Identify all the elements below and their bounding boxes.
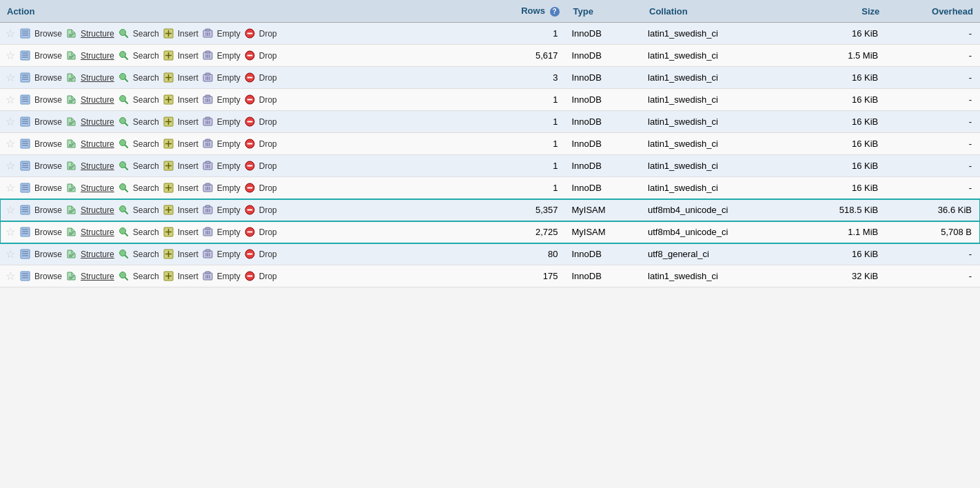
- browse-icon[interactable]: [20, 161, 30, 171]
- search-icon[interactable]: [119, 249, 129, 259]
- browse-icon[interactable]: [20, 50, 30, 61]
- search-link[interactable]: Search: [133, 29, 159, 39]
- browse-icon[interactable]: [20, 271, 30, 281]
- insert-icon[interactable]: [163, 161, 174, 171]
- search-link[interactable]: Search: [133, 227, 159, 237]
- empty-link[interactable]: Empty: [217, 161, 241, 171]
- structure-icon[interactable]: [66, 50, 76, 61]
- structure-icon[interactable]: [66, 28, 76, 39]
- drop-icon[interactable]: [245, 271, 255, 281]
- drop-icon[interactable]: [245, 161, 255, 171]
- search-link[interactable]: Search: [133, 205, 159, 215]
- drop-link[interactable]: Drop: [259, 95, 277, 105]
- search-icon[interactable]: [119, 116, 129, 127]
- browse-link[interactable]: Browse: [34, 139, 62, 149]
- drop-link[interactable]: Drop: [259, 51, 277, 61]
- empty-icon[interactable]: [203, 227, 213, 237]
- empty-icon[interactable]: [203, 161, 213, 171]
- search-icon[interactable]: [119, 205, 129, 215]
- favorite-star-icon[interactable]: ☆: [6, 71, 15, 84]
- structure-icon[interactable]: [66, 161, 76, 171]
- search-link[interactable]: Search: [133, 161, 159, 171]
- structure-link[interactable]: Structure: [81, 73, 114, 83]
- browse-link[interactable]: Browse: [34, 272, 62, 281]
- browse-icon[interactable]: [20, 205, 30, 215]
- browse-link[interactable]: Browse: [34, 73, 62, 83]
- insert-link[interactable]: Insert: [178, 29, 198, 39]
- drop-link[interactable]: Drop: [259, 250, 277, 259]
- structure-icon[interactable]: [66, 205, 76, 215]
- insert-icon[interactable]: [163, 249, 174, 259]
- structure-icon[interactable]: [66, 116, 76, 127]
- structure-link[interactable]: Structure: [81, 227, 114, 237]
- insert-link[interactable]: Insert: [178, 117, 198, 127]
- structure-link[interactable]: Structure: [81, 272, 114, 281]
- insert-link[interactable]: Insert: [178, 95, 198, 105]
- empty-icon[interactable]: [203, 28, 213, 39]
- insert-icon[interactable]: [163, 116, 174, 127]
- structure-icon[interactable]: [66, 271, 76, 281]
- rows-help-icon[interactable]: ?: [550, 7, 560, 17]
- structure-link[interactable]: Structure: [81, 205, 114, 215]
- insert-icon[interactable]: [163, 205, 174, 215]
- structure-link[interactable]: Structure: [81, 250, 114, 259]
- search-icon[interactable]: [119, 183, 129, 193]
- structure-icon[interactable]: [66, 183, 76, 193]
- insert-link[interactable]: Insert: [178, 227, 198, 237]
- structure-link[interactable]: Structure: [81, 95, 114, 105]
- search-link[interactable]: Search: [133, 73, 159, 83]
- insert-icon[interactable]: [163, 50, 174, 61]
- browse-icon[interactable]: [20, 94, 30, 105]
- drop-link[interactable]: Drop: [259, 227, 277, 237]
- structure-link[interactable]: Structure: [81, 117, 114, 127]
- empty-link[interactable]: Empty: [217, 51, 241, 61]
- favorite-star-icon[interactable]: ☆: [6, 225, 15, 238]
- empty-link[interactable]: Empty: [217, 95, 241, 105]
- empty-icon[interactable]: [203, 72, 213, 83]
- search-icon[interactable]: [119, 72, 129, 83]
- drop-icon[interactable]: [245, 94, 255, 105]
- search-link[interactable]: Search: [133, 250, 159, 259]
- drop-icon[interactable]: [245, 205, 255, 215]
- empty-icon[interactable]: [203, 116, 213, 127]
- drop-icon[interactable]: [245, 28, 255, 39]
- search-link[interactable]: Search: [133, 139, 159, 149]
- empty-icon[interactable]: [203, 139, 213, 149]
- drop-link[interactable]: Drop: [259, 139, 277, 149]
- browse-link[interactable]: Browse: [34, 51, 62, 61]
- search-icon[interactable]: [119, 271, 129, 281]
- drop-link[interactable]: Drop: [259, 73, 277, 83]
- browse-link[interactable]: Browse: [34, 161, 62, 171]
- browse-icon[interactable]: [20, 72, 30, 83]
- empty-icon[interactable]: [203, 271, 213, 281]
- structure-icon[interactable]: [66, 139, 76, 149]
- search-link[interactable]: Search: [133, 272, 159, 281]
- browse-link[interactable]: Browse: [34, 117, 62, 127]
- insert-link[interactable]: Insert: [178, 139, 198, 149]
- search-icon[interactable]: [119, 161, 129, 171]
- favorite-star-icon[interactable]: ☆: [6, 247, 15, 261]
- insert-icon[interactable]: [163, 271, 174, 281]
- insert-link[interactable]: Insert: [178, 183, 198, 193]
- drop-icon[interactable]: [245, 249, 255, 259]
- structure-link[interactable]: Structure: [81, 51, 114, 61]
- browse-icon[interactable]: [20, 249, 30, 259]
- browse-link[interactable]: Browse: [34, 183, 62, 193]
- favorite-star-icon[interactable]: ☆: [6, 159, 15, 172]
- search-icon[interactable]: [119, 28, 129, 39]
- drop-icon[interactable]: [245, 139, 255, 149]
- search-icon[interactable]: [119, 94, 129, 105]
- insert-icon[interactable]: [163, 28, 174, 39]
- search-link[interactable]: Search: [133, 183, 159, 193]
- favorite-star-icon[interactable]: ☆: [6, 270, 15, 283]
- empty-link[interactable]: Empty: [217, 227, 241, 237]
- empty-link[interactable]: Empty: [217, 29, 241, 39]
- insert-icon[interactable]: [163, 72, 174, 83]
- structure-link[interactable]: Structure: [81, 29, 114, 39]
- insert-icon[interactable]: [163, 227, 174, 237]
- drop-link[interactable]: Drop: [259, 272, 277, 281]
- favorite-star-icon[interactable]: ☆: [6, 137, 15, 150]
- empty-icon[interactable]: [203, 183, 213, 193]
- browse-link[interactable]: Browse: [34, 227, 62, 237]
- drop-link[interactable]: Drop: [259, 205, 277, 215]
